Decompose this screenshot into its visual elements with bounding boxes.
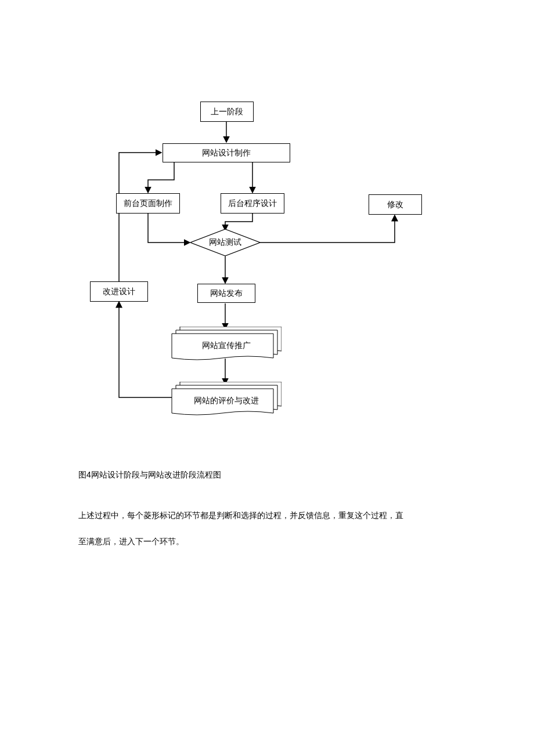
- node-label: 网站发布: [210, 288, 243, 299]
- node-label: 后台程序设计: [228, 198, 277, 209]
- node-label: 网站宣传推广: [174, 341, 279, 351]
- node-publish: 网站发布: [197, 284, 255, 303]
- paragraph-line1: 上述过程中，每个菱形标记的环节都是判断和选择的过程，并反馈信息，重复这个过程，直: [78, 511, 403, 521]
- node-test-decision: 网站测试: [190, 229, 260, 256]
- node-promote: 网站宣传推广: [174, 329, 279, 361]
- figure-caption: 图4网站设计阶段与网站改进阶段流程图: [78, 470, 221, 480]
- node-label: 网站设计制作: [202, 148, 251, 158]
- node-evaluate: 网站的评价与改进: [174, 384, 279, 416]
- node-improve-design: 改进设计: [90, 281, 148, 302]
- node-label: 网站的评价与改进: [174, 396, 279, 406]
- node-label: 上一阶段: [211, 107, 243, 117]
- node-label: 前台页面制作: [124, 198, 172, 209]
- node-modify: 修改: [369, 194, 422, 215]
- flowchart-diagram: 上一阶段 网站设计制作 前台页面制作 后台程序设计 修改 网站测试 改进设计 网…: [78, 102, 456, 438]
- paragraph-line2: 至满意后，进入下一个环节。: [78, 537, 184, 547]
- node-label: 修改: [387, 200, 403, 210]
- node-label: 网站测试: [209, 237, 241, 248]
- node-design-make: 网站设计制作: [163, 143, 290, 162]
- node-frontend: 前台页面制作: [116, 193, 180, 214]
- node-label: 改进设计: [103, 287, 135, 297]
- node-backend: 后台程序设计: [221, 193, 284, 214]
- node-prev-stage: 上一阶段: [200, 102, 254, 122]
